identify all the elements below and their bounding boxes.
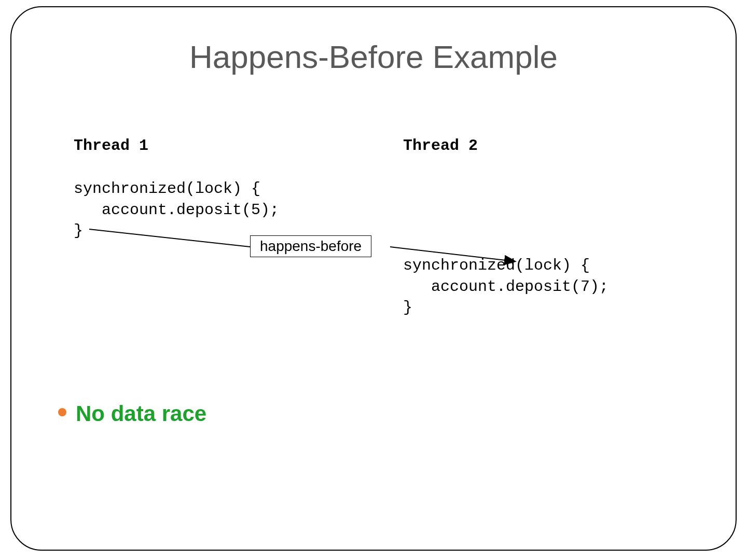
- bullet-dot-icon: [58, 408, 66, 416]
- thread2-code: synchronized(lock) { account.deposit(7);…: [403, 255, 608, 318]
- bullet-text: No data race: [76, 401, 206, 426]
- thread1-label: Thread 1: [74, 137, 148, 155]
- slide-frame: Happens-Before Example Thread 1 Thread 2…: [10, 6, 737, 551]
- happens-before-label: happens-before: [250, 235, 371, 257]
- slide-title: Happens-Before Example: [11, 38, 736, 75]
- thread1-code: synchronized(lock) { account.deposit(5);…: [74, 178, 279, 242]
- thread2-label: Thread 2: [403, 137, 478, 155]
- happens-before-arrow: [11, 7, 738, 552]
- bullet-item: No data race: [58, 401, 206, 426]
